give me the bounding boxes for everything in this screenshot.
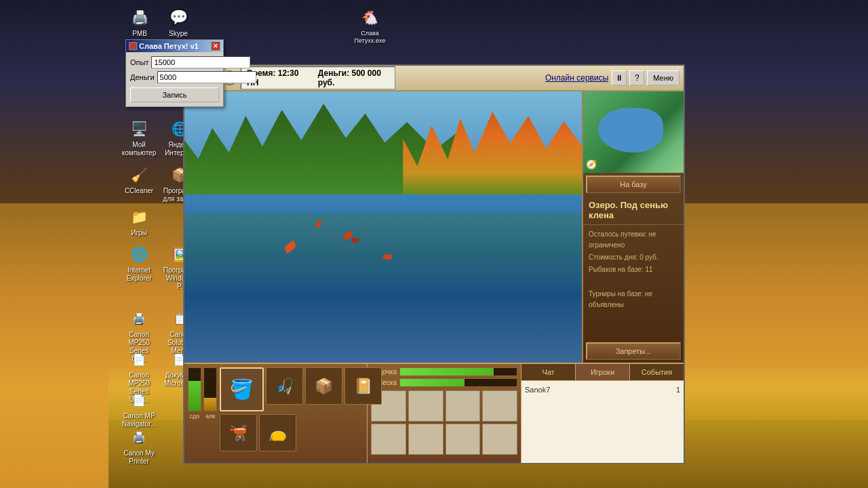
tackle-cell-8[interactable] xyxy=(482,424,517,455)
dialog-titlebar: Слава Петух! v1 ✕ xyxy=(126,40,223,52)
alk-bar-fill xyxy=(204,398,216,411)
tackle-cell-7[interactable] xyxy=(446,424,481,455)
dialog-box: Слава Петух! v1 ✕ Опыт Деньги Запись xyxy=(125,39,224,107)
sdo-bar-label: сдо xyxy=(190,413,200,420)
lake-water-reflection xyxy=(184,214,582,295)
desktop-icon-games[interactable]: 📁 Игры xyxy=(119,203,159,240)
tackle-grid xyxy=(371,390,517,455)
bar-wrap-sdo: сдо xyxy=(188,367,201,420)
ccleaner-icon: 🧹 xyxy=(128,164,150,186)
games-icon: 📁 xyxy=(128,206,150,228)
alk-bar xyxy=(203,367,217,411)
game-body: 🧭 На базу Озеро. Под сенью клена Осталос… xyxy=(184,92,684,363)
inventory-item-pot[interactable]: 🫕 xyxy=(220,414,257,451)
canon-printer-icon: 🖨️ xyxy=(128,426,150,448)
info-line-1: Осталось путевки: не ограничено xyxy=(589,229,678,251)
dialog-exp-input[interactable] xyxy=(151,56,250,68)
desktop-icon-pmb[interactable]: 🖨️ PMB xyxy=(119,4,160,41)
game-toolbar: Время: 12:30 ПН Деньги: 500 000 руб. Онл… xyxy=(184,66,684,92)
dialog-money-label: Деньги xyxy=(130,73,155,81)
inventory-item-notebook[interactable]: 📔 xyxy=(344,367,382,405)
inventory-item-bag[interactable]: 👝 xyxy=(259,414,296,451)
dialog-money-input[interactable] xyxy=(157,71,256,83)
tackle-line-fill xyxy=(400,379,465,386)
alk-bar-label: алк xyxy=(205,413,215,420)
desktop: 🖨️ PMB 💬 Skype 🐔 СлаваПетухx.exe 🖥️ Мойк… xyxy=(0,0,868,488)
info-line-3: Рыбаков на базе: 11 xyxy=(589,264,678,275)
dialog-close-btn[interactable]: ✕ xyxy=(211,41,220,51)
tacklebox-icon: 🎣 xyxy=(275,378,294,395)
mycomputer-icon: 🖥️ xyxy=(128,118,150,140)
petux-icon: 🐔 xyxy=(359,7,381,28)
bar-wrap-alk: алк xyxy=(203,367,217,420)
toolbar-help-btn[interactable]: ? xyxy=(629,70,644,85)
info-line-4 xyxy=(589,277,678,287)
blackbox-icon: 📦 xyxy=(315,378,333,395)
inventory-item-blackbox[interactable]: 📦 xyxy=(305,367,342,405)
dialog-title: Слава Петух! v1 xyxy=(139,42,199,50)
notebook-icon: 📔 xyxy=(354,378,372,395)
inventory-item-tacklebox[interactable]: 🎣 xyxy=(266,367,303,405)
location-info: Осталось путевки: не ограничено Стоимост… xyxy=(583,225,684,340)
chat-tab-events[interactable]: События xyxy=(630,364,684,380)
ie-icon: 🌐 xyxy=(128,243,150,265)
online-services-link[interactable]: Онлайн сервисы xyxy=(545,73,608,83)
game-bottom: сдо алк 🪣 xyxy=(184,363,684,463)
bag-icon: 👝 xyxy=(269,424,287,442)
chat-msg-user: Sanok7 xyxy=(525,386,550,394)
toolbar-buttons: ⏸ ? Меню xyxy=(612,70,679,85)
chat-body: Sanok7 1 xyxy=(521,381,684,463)
bucket-icon: 🪣 xyxy=(230,378,254,401)
items-row-2: 🫕 👝 xyxy=(220,414,382,451)
tackle-rod-progress xyxy=(399,367,517,376)
items-row-1: 🪣 🎣 📦 📔 xyxy=(220,367,382,411)
tackle-cell-3[interactable] xyxy=(446,390,481,422)
desktop-icon-ccleaner[interactable]: 🧹 CCleaner xyxy=(119,161,159,206)
compass-icon: 🧭 xyxy=(586,159,597,170)
toolbar-time-money: Время: 12:30 ПН Деньги: 500 000 руб. xyxy=(241,66,395,89)
dialog-exp-label: Опыт xyxy=(130,58,149,66)
desktop-icon-canon-printer[interactable]: 🖨️ Canon MyPrinter xyxy=(119,424,159,468)
tackle-bar-row-2: Леска xyxy=(371,378,517,387)
chat-tab-players[interactable]: Игроки xyxy=(576,364,630,380)
dialog-body: Опыт Деньги Запись xyxy=(126,52,223,106)
skype-label: Skype xyxy=(169,30,188,38)
tackle-cell-2[interactable] xyxy=(408,390,443,422)
desktop-icon-ie[interactable]: 🌐 InternetExplorer xyxy=(119,241,159,293)
chat-tab-chat[interactable]: Чат xyxy=(521,364,576,380)
info-line-2: Стоимость дня: 0 руб. xyxy=(589,252,678,263)
chat-tabs: Чат Игроки События xyxy=(521,364,684,381)
tackle-section: Удочка Леска xyxy=(368,364,521,463)
inventory-section: сдо алк 🪣 xyxy=(184,364,368,463)
tackle-rod-fill xyxy=(400,368,494,375)
desktop-icon-mycomputer[interactable]: 🖥️ Мойкомпьютер xyxy=(119,115,159,160)
right-map-inner: 🧭 xyxy=(583,92,684,173)
location-title: Озеро. Под сенью клена xyxy=(583,196,684,225)
tackle-cell-4[interactable] xyxy=(482,390,517,422)
chat-section: Чат Игроки События Sanok7 1 xyxy=(521,364,684,463)
dialog-save-btn[interactable]: Запись xyxy=(130,87,219,102)
to-base-btn[interactable]: На базу xyxy=(586,176,681,193)
lake-scene xyxy=(184,92,582,363)
canon-nav-icon: 📄 xyxy=(128,389,150,411)
game-right-panel: 🧭 На базу Озеро. Под сенью клена Осталос… xyxy=(582,92,684,363)
tackle-bar-row-1: Удочка xyxy=(371,367,517,376)
desktop-icon-petux[interactable]: 🐔 СлаваПетухx.exe xyxy=(348,4,392,47)
pot-icon: 🫕 xyxy=(229,424,248,442)
pmb-label: PMB xyxy=(132,30,147,38)
tackle-cell-6[interactable] xyxy=(408,424,443,455)
toolbar-menu-btn[interactable]: Меню xyxy=(647,70,679,85)
sdo-bar-fill xyxy=(189,381,201,411)
inventory-item-bucket[interactable]: 🪣 xyxy=(220,367,264,411)
toolbar-money-label: Деньги: xyxy=(318,68,349,78)
forbid-btn[interactable]: Запреты... xyxy=(586,342,681,360)
info-line-5: Турниры на базе: не объявлены xyxy=(589,289,678,310)
right-map: 🧭 xyxy=(583,92,684,173)
game-window: Время: 12:30 ПН Деньги: 500 000 руб. Онл… xyxy=(183,64,685,464)
desktop-icon-skype[interactable]: 💬 Skype xyxy=(158,4,199,41)
inventory-bars: сдо алк xyxy=(188,367,217,420)
tackle-cell-5[interactable] xyxy=(371,424,406,455)
toolbar-pause-btn[interactable]: ⏸ xyxy=(612,70,627,85)
sdo-bar xyxy=(188,367,201,411)
inventory-items: 🪣 🎣 📦 📔 xyxy=(220,367,382,451)
